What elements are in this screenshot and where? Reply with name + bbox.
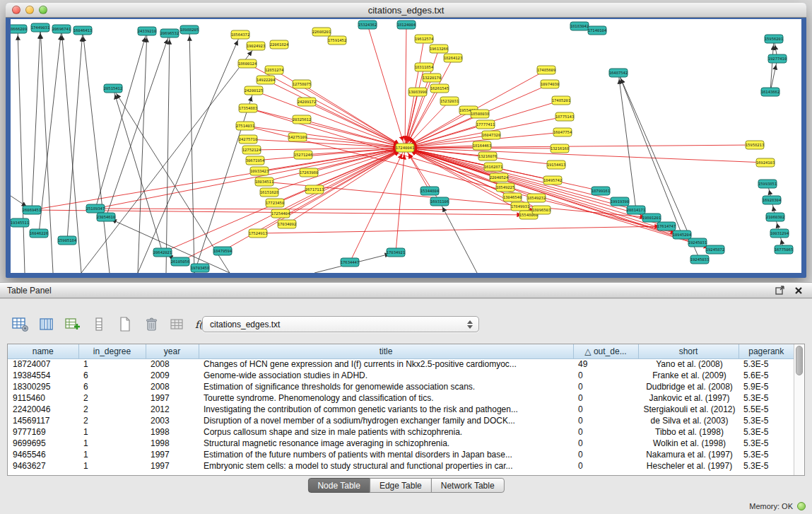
tab-edge-table[interactable]: Edge Table [370, 478, 432, 493]
cell-title[interactable]: Tourette syndrome. Phenomenology and cla… [199, 392, 573, 404]
cell-short[interactable]: Stergiakouli et al. (2012) [638, 404, 739, 415]
cell-year[interactable]: 2008 [146, 381, 199, 392]
cell-title[interactable]: Embryonic stem cells: a model to study s… [199, 460, 573, 472]
graph-node[interactable]: 17240041 [396, 144, 415, 152]
graph-node[interactable]: 10974030 [541, 80, 560, 88]
graph-edge[interactable] [302, 84, 405, 148]
graph-node[interactable]: 15958213 [746, 141, 765, 149]
graph-edge[interactable] [248, 139, 405, 148]
graph-node[interactable]: 18508038 [471, 110, 490, 118]
zoom-window-button[interactable] [39, 6, 47, 14]
graph-edge[interactable] [106, 33, 170, 217]
cell-out_degree[interactable]: 0 [573, 449, 638, 460]
graph-node[interactable]: 20696532 [160, 29, 180, 37]
graph-edge[interactable] [266, 80, 405, 148]
table-row[interactable]: 2242004622012Investigating the contribut… [8, 404, 794, 415]
graph-node[interactable]: 18600124 [238, 59, 257, 68]
cell-year[interactable]: 2008 [146, 358, 199, 370]
cell-out_degree[interactable]: 49 [573, 358, 638, 370]
graph-node[interactable]: 16047320 [482, 131, 501, 139]
graph-edge[interactable] [254, 90, 405, 148]
graph-node[interactable]: 10031294 [770, 229, 789, 238]
graph-node[interactable]: 18096503 [532, 206, 551, 214]
column-header-pagerank[interactable]: pagerank [739, 344, 794, 358]
cell-pagerank[interactable]: 5.3E-5 [739, 415, 794, 426]
graph-node[interactable]: 14275109 [288, 133, 307, 141]
cell-short[interactable]: de Silva et al. (2003) [638, 415, 739, 426]
cell-name[interactable]: 22420046 [8, 404, 78, 415]
graph-edge[interactable] [405, 25, 406, 148]
graph-node[interactable]: 16928304 [763, 196, 782, 204]
graph-edge[interactable] [39, 29, 61, 233]
graph-node[interactable]: 16931106 [430, 197, 449, 206]
graph-node[interactable]: 17263980 [300, 168, 319, 177]
graph-edge[interactable] [18, 29, 25, 273]
graph-node[interactable]: 17354883 [239, 104, 258, 112]
graph-node[interactable]: 13216076 [478, 152, 498, 160]
new-document-icon[interactable] [116, 315, 134, 334]
graph-node[interactable]: 10933423 [250, 167, 269, 175]
graph-node[interactable]: 21060302 [766, 213, 785, 221]
table-row[interactable]: 911546021997Tourette syndrome. Phenomeno… [8, 392, 794, 404]
graph-node[interactable]: 12758075 [293, 80, 312, 88]
graph-node[interactable]: 12851274 [265, 66, 284, 74]
table-row[interactable]: 1830029562008Estimation of significance … [8, 381, 794, 392]
cell-name[interactable]: 18724007 [8, 358, 78, 370]
graph-node[interactable]: 16487542 [609, 69, 628, 77]
cell-out_degree[interactable]: 0 [573, 426, 638, 438]
cell-pagerank[interactable]: 5.5E-5 [739, 404, 794, 415]
graph-node[interactable]: 17034921 [387, 248, 406, 257]
delete-icon[interactable] [142, 315, 160, 334]
cell-pagerank[interactable]: 5.3E-5 [739, 449, 794, 460]
column-header-year[interactable]: year [146, 344, 199, 358]
graph-edge[interactable] [95, 209, 541, 210]
graph-edge[interactable] [95, 31, 147, 209]
graph-node[interactable]: 24209172 [298, 98, 317, 106]
graph-edge[interactable] [113, 88, 163, 252]
cell-title[interactable]: Investigating the contribution of common… [199, 404, 573, 415]
graph-node[interactable]: 15956201 [765, 35, 784, 43]
cell-short[interactable]: Yano et al. (2008) [638, 358, 739, 370]
network-canvas[interactable]: 1724004118564372190249232206182418600124… [11, 19, 801, 273]
graph-edge[interactable] [106, 217, 230, 273]
graph-node[interactable]: 18034511 [255, 177, 274, 186]
cell-short[interactable]: Dudbridge et al. (2008) [638, 381, 739, 392]
table-row[interactable]: 1456911722003Disruption of a novel membe… [8, 415, 794, 426]
cell-pagerank[interactable]: 5.6E-5 [739, 370, 794, 381]
graph-node[interactable]: 18549232 [527, 194, 546, 202]
graph-node[interactable]: 15993851 [758, 180, 777, 188]
cell-title[interactable]: Disruption of a novel member of a sodium… [199, 415, 573, 426]
column-header-title[interactable]: title [199, 344, 573, 358]
table-row[interactable]: 1872400712008Changes of HCN gene express… [8, 358, 794, 370]
table-row[interactable]: 969969511998Structural magnetic resonanc… [8, 438, 794, 449]
cell-name[interactable]: 9699695 [8, 438, 78, 449]
graph-node[interactable]: 19245031 [688, 238, 707, 247]
graph-node[interactable]: 15232031 [440, 97, 459, 105]
graph-edge[interactable] [32, 28, 40, 210]
graph-node[interactable]: 16143662 [761, 88, 780, 96]
graph-node[interactable]: 26105056 [171, 257, 190, 266]
graph-node[interactable]: 17723450 [266, 199, 285, 207]
graph-edge[interactable] [258, 226, 666, 233]
graph-node[interactable]: 17034092 [278, 220, 297, 228]
graph-node[interactable]: 18311854 [415, 63, 434, 71]
cell-in_degree[interactable]: 6 [78, 381, 146, 392]
graph-node[interactable]: 18549225 [496, 183, 515, 192]
table-row[interactable]: 946362711997Embryonic stem cells: a mode… [8, 460, 794, 472]
graph-node[interactable]: 19154413 [547, 160, 566, 169]
graph-node[interactable]: 26069451 [23, 206, 42, 214]
cell-in_degree[interactable]: 6 [78, 370, 146, 381]
cell-name[interactable]: 18300295 [8, 381, 78, 392]
minimize-window-button[interactable] [25, 6, 34, 14]
graph-node[interactable]: 19245033 [690, 255, 710, 264]
cell-short[interactable]: Tibbo et al. (1998) [638, 426, 739, 438]
import-table-icon[interactable] [168, 315, 187, 334]
graph-node[interactable]: 20696741 [52, 25, 71, 33]
graph-node[interactable]: 19801201 [642, 214, 661, 222]
graph-node[interactable]: 30671954 [246, 156, 265, 165]
graph-edge[interactable] [269, 148, 405, 192]
cell-name[interactable]: 9463627 [8, 460, 78, 472]
cell-pagerank[interactable]: 5.3E-5 [739, 392, 794, 404]
graph-edge[interactable] [194, 90, 254, 273]
cell-out_degree[interactable]: 0 [573, 460, 638, 472]
